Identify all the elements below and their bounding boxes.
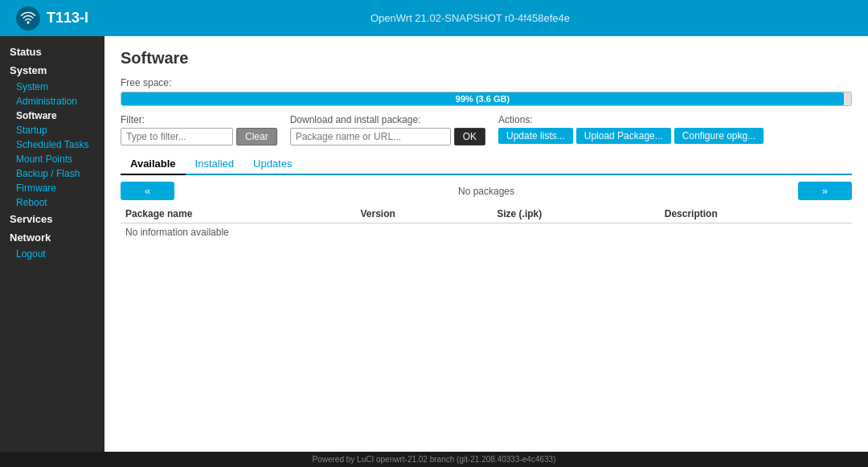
col-version: Version bbox=[355, 205, 492, 223]
sidebar-item-system[interactable]: System bbox=[0, 61, 104, 80]
header-subtitle: OpenWrt 21.02-SNAPSHOT r0-4f458efe4e bbox=[88, 12, 852, 24]
logo: T113-I bbox=[16, 6, 88, 31]
table-prev-button[interactable]: « bbox=[121, 182, 174, 200]
download-input-row: OK bbox=[290, 128, 485, 145]
header: T113-I OpenWrt 21.02-SNAPSHOT r0-4f458ef… bbox=[0, 0, 868, 36]
progress-text: 99% (3.6 GB) bbox=[456, 94, 510, 104]
wifi-icon bbox=[16, 6, 40, 31]
free-space-label: Free space: bbox=[121, 77, 852, 88]
col-description: Description bbox=[660, 205, 852, 223]
ok-button[interactable]: OK bbox=[454, 128, 485, 145]
main-layout: Status System System Administration Soft… bbox=[0, 36, 868, 452]
sidebar-item-backup-flash[interactable]: Backup / Flash bbox=[0, 166, 104, 181]
svg-point-0 bbox=[27, 21, 29, 23]
download-group: Download and install package: OK bbox=[290, 114, 485, 145]
table-next-button[interactable]: » bbox=[798, 182, 852, 200]
sidebar-item-administration[interactable]: Administration bbox=[0, 94, 104, 109]
sidebar-item-system-sub[interactable]: System bbox=[0, 80, 104, 94]
actions-group: Actions: Update lists... Upload Package.… bbox=[498, 114, 764, 144]
sidebar-item-logout[interactable]: Logout bbox=[0, 247, 104, 261]
sidebar: Status System System Administration Soft… bbox=[0, 36, 104, 452]
filter-group: Filter: Clear bbox=[121, 114, 277, 145]
page-title: Software bbox=[121, 49, 852, 68]
sidebar-item-status[interactable]: Status bbox=[0, 43, 104, 61]
sidebar-item-network[interactable]: Network bbox=[0, 228, 104, 247]
no-info-text: No information available bbox=[121, 223, 852, 242]
sidebar-item-software[interactable]: Software bbox=[0, 109, 104, 123]
sidebar-item-firmware[interactable]: Firmware bbox=[0, 181, 104, 195]
footer-text: Powered by LuCI openwrt-21.02 branch (gi… bbox=[313, 455, 556, 464]
sidebar-item-startup[interactable]: Startup bbox=[0, 123, 104, 137]
actions-label: Actions: bbox=[498, 114, 764, 125]
upload-package-button[interactable]: Upload Package... bbox=[576, 128, 671, 144]
progress-bar-fill: 99% (3.6 GB) bbox=[121, 92, 844, 105]
download-input[interactable] bbox=[290, 128, 451, 145]
app-title: T113-I bbox=[47, 10, 88, 27]
sidebar-item-services[interactable]: Services bbox=[0, 210, 104, 228]
tabs: Available Installed Updates bbox=[121, 154, 852, 175]
col-size: Size (.ipk) bbox=[492, 205, 660, 223]
clear-button[interactable]: Clear bbox=[236, 128, 277, 145]
filter-label: Filter: bbox=[121, 114, 277, 125]
tab-available[interactable]: Available bbox=[121, 154, 186, 175]
content-area: Software Free space: 99% (3.6 GB) Filter… bbox=[104, 36, 868, 452]
download-label: Download and install package: bbox=[290, 114, 485, 125]
col-package-name: Package name bbox=[121, 205, 355, 223]
update-lists-button[interactable]: Update lists... bbox=[498, 128, 573, 144]
configure-opkg-button[interactable]: Configure opkg... bbox=[674, 128, 764, 144]
footer: Powered by LuCI openwrt-21.02 branch (gi… bbox=[0, 452, 868, 467]
tab-updates[interactable]: Updates bbox=[244, 154, 301, 174]
filter-input[interactable] bbox=[121, 128, 233, 145]
no-packages-text: No packages bbox=[458, 186, 514, 197]
tab-installed[interactable]: Installed bbox=[186, 154, 244, 174]
filter-row: Filter: Clear Download and install packa… bbox=[121, 114, 852, 145]
table-nav: « No packages » bbox=[121, 182, 852, 200]
package-table: Package name Version Size (.ipk) Descrip… bbox=[121, 205, 852, 241]
actions-buttons: Update lists... Upload Package... Config… bbox=[498, 128, 764, 144]
sidebar-item-scheduled-tasks[interactable]: Scheduled Tasks bbox=[0, 137, 104, 152]
free-space-progress: 99% (3.6 GB) bbox=[121, 92, 852, 106]
sidebar-item-reboot[interactable]: Reboot bbox=[0, 195, 104, 210]
filter-input-row: Clear bbox=[121, 128, 277, 145]
sidebar-item-mount-points[interactable]: Mount Points bbox=[0, 152, 104, 166]
